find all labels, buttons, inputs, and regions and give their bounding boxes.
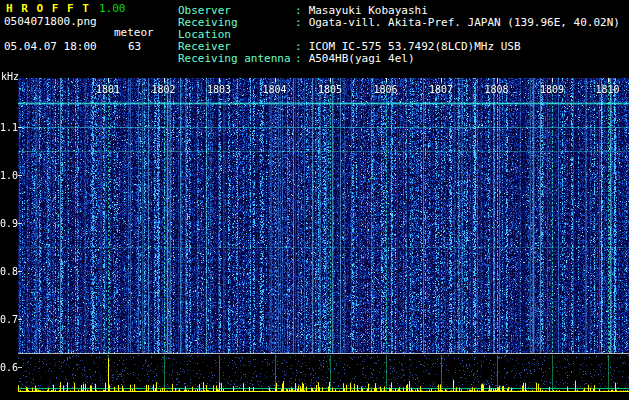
output-filename: 0504071800.png [4, 16, 97, 28]
time-tick-label: 1808 [484, 84, 508, 95]
y-axis-unit-label: kHz [1, 71, 19, 82]
app-title: H R O F F T [6, 3, 90, 15]
y-tick-label: 0.8 [0, 266, 16, 277]
y-tick-label: 0.7 [0, 314, 16, 325]
spectrogram-canvas [18, 78, 629, 393]
time-tick-label: 1803 [207, 84, 231, 95]
datetime-label: 05.04.07 18:00 [4, 41, 97, 53]
time-tick-label: 1810 [595, 84, 619, 95]
observer-info: Observer:Masayuki Kobayashi Receiving Lo… [178, 5, 620, 65]
time-tick-label: 1805 [318, 84, 342, 95]
y-tick-label: 1.0 [0, 170, 16, 181]
time-tick-label: 1806 [373, 84, 397, 95]
app-version: 1.00 [99, 3, 126, 15]
hrofft-screen: H R O F F T 1.00 0504071800.png meteor 0… [0, 0, 629, 400]
info-value: Ogata-vill. Akita-Pref. JAPAN (139.96E, … [309, 17, 620, 41]
info-label: Receiving antenna [178, 53, 295, 65]
time-tick-label: 1807 [429, 84, 453, 95]
info-colon: : [295, 53, 302, 65]
mode-label: meteor [114, 27, 154, 39]
y-tick-label: 1.1 [0, 122, 16, 133]
y-tick-label: 0.6 [0, 362, 16, 373]
time-tick-label: 1809 [540, 84, 564, 95]
time-tick-label: 1801 [96, 84, 120, 95]
info-row-location: Receiving Location:Ogata-vill. Akita-Pre… [178, 17, 620, 41]
info-label: Receiving Location [178, 17, 295, 41]
time-tick-label: 1802 [151, 84, 175, 95]
time-tick-label: 1804 [262, 84, 286, 95]
info-value: A504HB(yagi 4el) [309, 53, 415, 65]
info-colon: : [295, 17, 302, 41]
echo-count: 63 [128, 41, 141, 53]
info-row-antenna: Receiving antenna:A504HB(yagi 4el) [178, 53, 620, 65]
y-tick-label: 0.9 [0, 218, 16, 229]
